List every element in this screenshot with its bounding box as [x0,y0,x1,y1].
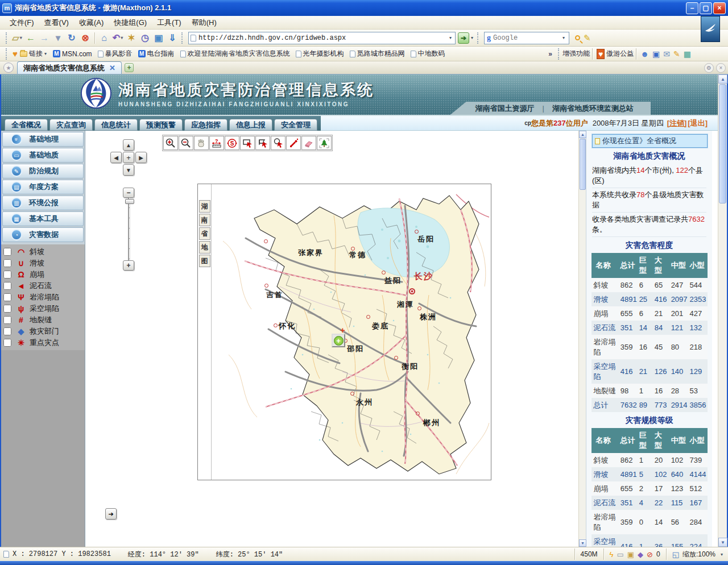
pens-icon[interactable]: ✎ [673,49,680,59]
menu-item-2[interactable]: 收藏(A) [74,16,109,29]
panel-toggle-button[interactable]: ➔ [105,508,117,520]
measure-button[interactable]: ? [209,136,224,150]
magic-fill-button[interactable]: ✶ [125,31,138,45]
circle-select-button[interactable] [271,136,286,150]
links-overflow-icon[interactable]: » [548,50,552,58]
browser-scrollbar[interactable]: ▲ ▼ [718,74,727,547]
pan-down-button[interactable]: ▼ [123,164,134,176]
map-logo-button[interactable]: + [332,334,345,347]
zoom-minus-button[interactable]: − [123,188,134,198]
stop-button[interactable]: ⊗ [78,31,92,45]
menu-item-4[interactable]: 工具(T) [152,16,187,29]
scroll-up-icon[interactable]: ▲ [718,74,727,84]
sidebar-item-4[interactable]: ▥环境公报 [2,196,84,210]
pan-right-button[interactable]: ▶ [135,152,147,163]
back-button[interactable]: ← [24,31,38,45]
link-item-0[interactable]: MMSN.com [53,50,92,58]
layer-checkbox-1[interactable] [3,259,11,267]
url-input[interactable] [198,34,448,42]
resize-icon[interactable]: ◱ [672,550,679,559]
layer-checkbox-4[interactable] [3,293,11,301]
minimize-button[interactable]: – [686,2,698,14]
popup-blocker-icon[interactable]: ⊘ [647,550,653,559]
window-panel-icon[interactable]: ▣ [652,49,660,59]
feedback-icon[interactable]: ✉ [663,49,670,59]
pan-button[interactable] [194,136,209,150]
nav-tab-6[interactable]: 安全管理 [274,119,317,131]
sidebar-item-1[interactable]: ▭基础地质 [2,148,84,163]
star-icon[interactable]: ★ [3,63,14,73]
nav-tab-3[interactable]: 预测预警 [139,119,183,131]
maximize-button[interactable]: ▢ [700,2,712,14]
pan-center-button[interactable]: + [123,152,134,163]
layer-checkbox-3[interactable] [3,282,11,290]
zoom-level[interactable]: 缩放:100% [682,550,715,559]
scrollbar-thumb[interactable] [580,139,586,190]
zoom-plus-button[interactable]: + [123,260,134,271]
scrollbar-thumb[interactable] [719,84,726,203]
history-dropdown-button[interactable]: ▾ [51,31,65,45]
link-item-6[interactable]: 中地数码 [411,49,445,59]
sidebar-item-2[interactable]: ✎防治规划 [2,164,84,178]
download-button[interactable]: ⇓ [166,31,179,45]
close-button[interactable]: × [713,2,726,14]
menu-item-5[interactable]: 帮助(H) [187,16,222,29]
link-item-2[interactable]: M电台指南 [138,49,175,59]
sidebar-item-3[interactable]: ▤年度方案 [2,180,84,194]
pan-left-button[interactable]: ◀ [110,152,122,163]
refresh-button[interactable]: ↻ [65,31,78,45]
full-extent-button[interactable] [317,136,332,150]
scroll-up-icon[interactable]: ▲ [579,131,586,138]
zoom-dropdown-icon[interactable]: ▾ [719,552,725,557]
dropdown-caret-icon[interactable]: ▾ [121,35,123,40]
go-button[interactable]: ➔ [458,32,469,44]
user-icon[interactable]: ☻ [640,49,649,59]
new-page-button[interactable]: ▱▾ [10,31,24,45]
capture-button[interactable]: ▣ [152,31,166,45]
home-button[interactable]: ⌂ [97,31,111,45]
new-tab-button[interactable]: + [125,63,134,72]
layer-checkbox-8[interactable] [3,339,11,347]
zoom-slider-track[interactable] [128,198,130,260]
pan-up-button[interactable]: ▲ [123,139,134,151]
dropdown-caret-icon[interactable]: ▾ [20,35,22,40]
proxy-icon[interactable]: ▭ [617,550,623,559]
active-tab[interactable]: 湖南省地质灾害信息系统 ✕ [17,61,122,74]
building-icon[interactable]: ▦ [684,49,691,59]
menu-item-0[interactable]: 文件(F) [5,16,39,29]
map-canvas[interactable]: 张家界常德岳阳益阳长沙吉首湘潭株洲怀化娄底邵阳衡阳永州郴州 + + [212,184,491,480]
charity-heart-icon[interactable]: ♥ [597,49,605,59]
search-input[interactable] [493,34,561,42]
polygon-select-button[interactable] [255,136,270,150]
boost-lightning-icon[interactable]: ϟ [610,550,614,559]
layer-checkbox-2[interactable] [3,271,11,279]
scroll-down-icon[interactable]: ▼ [718,538,727,547]
zoom-slider-handle[interactable] [125,199,134,204]
search-icon[interactable] [575,35,580,40]
links-dropdown-icon[interactable]: ▾ [43,51,48,56]
links-folder-icon[interactable] [20,51,27,57]
tab-close-icon[interactable]: ✕ [109,64,115,72]
logout-link[interactable]: [注销] [667,118,687,128]
nav-tab-0[interactable]: 全省概况 [5,119,48,131]
eraser-button[interactable] [301,136,316,150]
layer-checkbox-6[interactable] [3,316,11,324]
history-button[interactable]: ◷ [138,31,152,45]
nav-tab-4[interactable]: 应急指挥 [184,119,228,131]
layer-checkbox-7[interactable] [3,327,11,335]
layer-checkbox-0[interactable] [3,248,11,256]
rect-select-button[interactable] [240,136,255,150]
link-item-4[interactable]: 光年摄影机构 [296,49,344,59]
favorites-heart-icon[interactable]: ♥ [13,49,18,59]
layer-checkbox-5[interactable] [3,305,11,313]
tools-wrench-icon[interactable]: ⚙ [704,63,714,73]
link-item-1[interactable]: 暴风影音 [98,49,133,59]
scroll-down-icon[interactable]: ▼ [579,539,586,547]
forward-button[interactable]: → [38,31,51,45]
links-label[interactable]: 链接 [29,49,43,59]
nav-tab-1[interactable]: 灾点查询 [49,119,93,131]
undo-button[interactable]: ↶▾ [111,31,125,45]
charity-label[interactable]: 傲游公益 [606,49,634,59]
menu-item-1[interactable]: 查看(V) [39,16,74,29]
link-item-3[interactable]: 欢迎登陆湖南省地质灾害信息系统 [180,49,290,59]
